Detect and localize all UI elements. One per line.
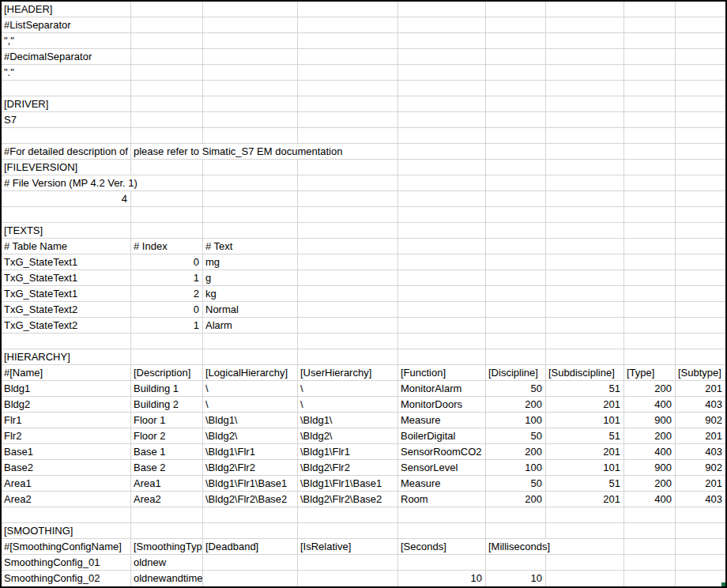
cell-r25c3[interactable]: \	[298, 397, 398, 413]
cell-r0c3-empty[interactable]	[298, 2, 398, 17]
cell-r26c5[interactable]: 100	[486, 413, 546, 428]
cell-r14c2-empty[interactable]	[203, 223, 298, 239]
cell-r30c2[interactable]: \Bldg1\Flr1\Base1	[203, 476, 298, 492]
cell-r24c4[interactable]: MonitorAlarm	[398, 381, 486, 397]
cell-r10c6-empty[interactable]	[546, 160, 624, 175]
cell-r13c7-empty[interactable]	[624, 207, 676, 223]
cell-r8c6-empty[interactable]	[546, 128, 624, 144]
cell-r11c4-empty[interactable]	[398, 175, 486, 191]
cell-r15c4-empty[interactable]	[398, 239, 486, 254]
cell-r23c0[interactable]: #[Name]	[2, 365, 131, 381]
cell-r25c6[interactable]: 201	[546, 397, 624, 413]
cell-r13c2-empty[interactable]	[203, 207, 298, 223]
cell-r4c5-empty[interactable]	[486, 65, 546, 81]
cell-r3c0[interactable]: #DecimalSeparator	[2, 49, 131, 65]
cell-r32c6-empty[interactable]	[546, 507, 624, 523]
cell-r20c1[interactable]: 1	[131, 318, 203, 334]
cell-r2c2-empty[interactable]	[203, 33, 298, 49]
cell-r16c6-empty[interactable]	[546, 254, 624, 270]
cell-r29c0[interactable]: Base2	[2, 460, 131, 476]
cell-r35c0[interactable]: SmoothingConfig_01	[2, 555, 131, 571]
cell-r8c2-empty[interactable]	[203, 128, 298, 144]
cell-r12c6-empty[interactable]	[546, 191, 624, 207]
cell-r6c5-empty[interactable]	[486, 96, 546, 112]
cell-r27c7[interactable]: 200	[624, 428, 676, 444]
cell-r18c3-empty[interactable]	[298, 286, 398, 302]
cell-r28c3[interactable]: \Bldg1\Flr1	[298, 444, 398, 460]
cell-r30c3[interactable]: \Bldg1\Flr1\Base1	[298, 476, 398, 492]
cell-r19c2[interactable]: Normal	[203, 302, 298, 318]
cell-r20c5-empty[interactable]	[486, 318, 546, 334]
cell-r0c1-empty[interactable]	[131, 2, 203, 17]
cell-r14c8-empty[interactable]	[676, 223, 725, 239]
cell-r29c3[interactable]: \Bldg2\Flr2	[298, 460, 398, 476]
cell-r13c3-empty[interactable]	[298, 207, 398, 223]
cell-r35c4-empty[interactable]	[398, 555, 486, 571]
cell-r32c2-empty[interactable]	[203, 507, 298, 523]
cell-r29c6[interactable]: 101	[546, 460, 624, 476]
cell-r10c0[interactable]: [FILEVERSION]	[2, 160, 131, 175]
cell-r16c8-empty[interactable]	[676, 254, 725, 270]
cell-r23c4[interactable]: [Function]	[398, 365, 486, 381]
cell-r26c3[interactable]: \Bldg1\	[298, 413, 398, 428]
cell-r31c2[interactable]: \Bldg2\Flr2\Base2	[203, 492, 298, 507]
cell-r28c8[interactable]: 403	[676, 444, 725, 460]
cell-r35c7-empty[interactable]	[624, 555, 676, 571]
cell-r20c7-empty[interactable]	[624, 318, 676, 334]
cell-r19c5-empty[interactable]	[486, 302, 546, 318]
cell-r2c1-empty[interactable]	[131, 33, 203, 49]
cell-r34c1[interactable]: [SmoothingType]	[131, 539, 203, 555]
cell-r1c4-empty[interactable]	[398, 17, 486, 33]
cell-r1c8-empty[interactable]	[676, 17, 725, 33]
cell-r29c5[interactable]: 100	[486, 460, 546, 476]
cell-r27c8[interactable]: 201	[676, 428, 725, 444]
cell-r11c8-empty[interactable]	[676, 175, 725, 191]
cell-r36c2-empty[interactable]	[203, 571, 298, 586]
cell-r27c5[interactable]: 50	[486, 428, 546, 444]
cell-r8c3-empty[interactable]	[298, 128, 398, 144]
cell-r26c7[interactable]: 900	[624, 413, 676, 428]
cell-r32c5-empty[interactable]	[486, 507, 546, 523]
cell-r10c8-empty[interactable]	[676, 160, 725, 175]
cell-r22c5-empty[interactable]	[486, 349, 546, 365]
cell-r9c6-empty[interactable]	[546, 144, 624, 160]
cell-r35c8-empty[interactable]	[676, 555, 725, 571]
cell-r13c1-empty[interactable]	[131, 207, 203, 223]
cell-r10c3-empty[interactable]	[298, 160, 398, 175]
cell-r11c5-empty[interactable]	[486, 175, 546, 191]
cell-r23c8[interactable]: [Subtype]	[676, 365, 725, 381]
cell-r33c0[interactable]: [SMOOTHING]	[2, 523, 131, 539]
cell-r32c3-empty[interactable]	[298, 507, 398, 523]
cell-r22c4-empty[interactable]	[398, 349, 486, 365]
cell-r18c7-empty[interactable]	[624, 286, 676, 302]
cell-r36c1[interactable]: oldnewandtime	[131, 571, 203, 586]
cell-r34c3[interactable]: [IsRelative]	[298, 539, 398, 555]
cell-r14c3-empty[interactable]	[298, 223, 398, 239]
cell-r17c4-empty[interactable]	[398, 270, 486, 286]
cell-r14c4-empty[interactable]	[398, 223, 486, 239]
cell-r25c1[interactable]: Building 2	[131, 397, 203, 413]
cell-r22c8-empty[interactable]	[676, 349, 725, 365]
cell-r34c2[interactable]: [Deadband]	[203, 539, 298, 555]
cell-r29c7[interactable]: 900	[624, 460, 676, 476]
cell-r5c6-empty[interactable]	[546, 81, 624, 96]
cell-r24c7[interactable]: 200	[624, 381, 676, 397]
cell-r0c2-empty[interactable]	[203, 2, 298, 17]
cell-r21c6-empty[interactable]	[546, 334, 624, 349]
cell-r12c1-empty[interactable]	[131, 191, 203, 207]
cell-r23c3[interactable]: [UserHierarchy]	[298, 365, 398, 381]
cell-r13c4-empty[interactable]	[398, 207, 486, 223]
cell-r27c2[interactable]: \Bldg2\	[203, 428, 298, 444]
cell-r18c0[interactable]: TxG_StateText1	[2, 286, 131, 302]
cell-r22c2-empty[interactable]	[203, 349, 298, 365]
cell-r19c3-empty[interactable]	[298, 302, 398, 318]
cell-r16c5-empty[interactable]	[486, 254, 546, 270]
cell-r32c7-empty[interactable]	[624, 507, 676, 523]
cell-r4c7-empty[interactable]	[624, 65, 676, 81]
cell-r8c4-empty[interactable]	[398, 128, 486, 144]
cell-r31c8[interactable]: 403	[676, 492, 725, 507]
cell-r19c6-empty[interactable]	[546, 302, 624, 318]
cell-r7c5-empty[interactable]	[486, 112, 546, 128]
cell-r9c7-empty[interactable]	[624, 144, 676, 160]
cell-r36c8-empty[interactable]	[676, 571, 725, 586]
